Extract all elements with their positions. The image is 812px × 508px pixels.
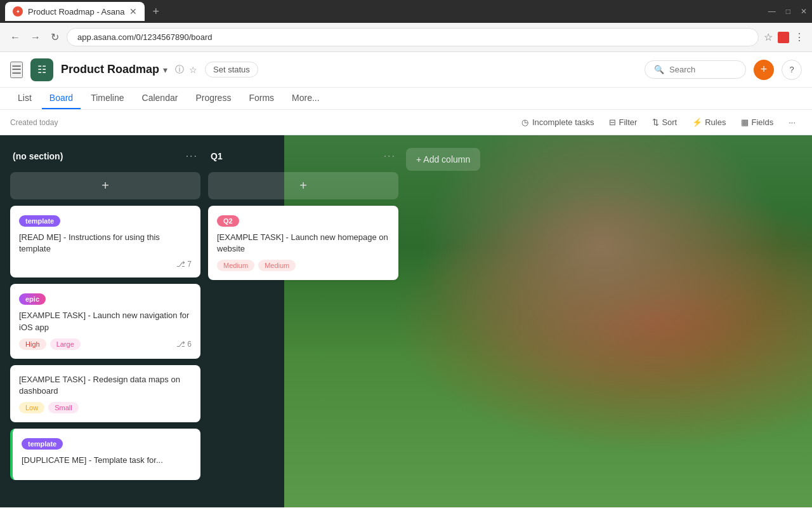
badge-medium-1: Medium [217, 260, 254, 271]
tag-template-bottom: template [22, 438, 63, 450]
window-controls: — □ ✕ [768, 7, 807, 16]
board-toolbar: Created today ◷ Incomplete tasks ⊟ Filte… [0, 110, 812, 135]
column-header-q1: Q1 ··· [208, 145, 398, 167]
browser-tab[interactable]: Product Roadmap - Asana ✕ [5, 2, 145, 21]
column-q1: Q1 ··· + Q2 [EXAMPLE TASK] - Launch new … [208, 145, 398, 497]
card-template-readme[interactable]: template [READ ME] - Instructions for us… [10, 206, 200, 277]
badge-small: Small [48, 402, 79, 413]
add-card-no-section[interactable]: + [10, 172, 200, 199]
card-template-bottom[interactable]: template [DUPLICATE ME] - Template task … [10, 429, 200, 480]
incomplete-circle-icon: ◷ [521, 117, 528, 127]
column-more-q1[interactable]: ··· [384, 150, 396, 162]
card-epic-navigation[interactable]: epic [EXAMPLE TASK] - Launch new navigat… [10, 284, 200, 358]
fields-button[interactable]: ▦ Fields [735, 115, 780, 130]
card-footer-readme: ⎇ 7 [19, 260, 192, 269]
badge-high: High [19, 338, 46, 350]
card-title-epic: [EXAMPLE TASK] - Launch new navigation f… [19, 310, 192, 333]
card-homepage[interactable]: Q2 [EXAMPLE TASK] - Launch new homepage … [208, 206, 398, 280]
column-more-no-section[interactable]: ··· [186, 150, 198, 162]
tab-progress[interactable]: Progress [188, 88, 239, 109]
add-card-q1[interactable]: + [208, 172, 398, 199]
add-task-button[interactable]: + [754, 60, 774, 80]
app-header: ☰ ☷ Product Roadmap ▾ ⓘ ☆ Set status 🔍 +… [0, 52, 812, 88]
project-title-dropdown[interactable]: ▾ [163, 65, 167, 75]
created-text: Created today [10, 118, 58, 127]
star-button[interactable]: ☆ [189, 64, 197, 76]
filter-icon: ⊟ [609, 117, 616, 127]
card-tag-q2-wrapper: Q2 [217, 215, 390, 232]
sort-icon: ⇅ [652, 117, 659, 127]
project-icon: ☷ [30, 58, 53, 81]
url-bar: ← → ↻ ☆ ⋮ [0, 23, 812, 52]
card-badges-homepage: Medium Medium [217, 260, 296, 271]
back-button[interactable]: ← [8, 29, 23, 46]
badge-medium-2: Medium [258, 260, 296, 271]
card-footer-epic: High Large ⎇ 6 [19, 338, 192, 350]
incomplete-tasks-label: Incomplete tasks [532, 117, 594, 127]
card-footer-datamaps: Low Small [19, 402, 192, 413]
board-columns: (no section) ··· + template [READ ME] - … [0, 135, 812, 507]
rules-label: Rules [705, 117, 726, 127]
tag-q2: Q2 [217, 215, 239, 227]
set-status-button[interactable]: Set status [205, 62, 258, 77]
tab-title: Product Roadmap - Asana [28, 7, 124, 17]
tag-template: template [19, 215, 60, 227]
maximize-button[interactable]: □ [786, 7, 790, 16]
column-header-no-section: (no section) ··· [10, 145, 200, 167]
subtask-icon: ⎇ [176, 260, 185, 269]
badge-low: Low [19, 402, 44, 413]
tab-more[interactable]: More... [284, 88, 327, 109]
search-input[interactable] [669, 65, 733, 74]
incomplete-tasks-button[interactable]: ◷ Incomplete tasks [515, 115, 601, 130]
help-button[interactable]: ? [782, 60, 802, 80]
tab-close-button[interactable]: ✕ [129, 6, 137, 17]
sort-button[interactable]: ⇅ Sort [646, 115, 683, 130]
refresh-button[interactable]: ↻ [48, 29, 62, 46]
card-tag-epic-wrapper: epic [19, 293, 192, 310]
tab-calendar[interactable]: Calendar [134, 88, 186, 109]
card-title-homepage: [EXAMPLE TASK] - Launch new homepage on … [217, 232, 390, 255]
browser-more-icon[interactable]: ⋮ [794, 31, 804, 43]
subtask-count: 7 [187, 260, 192, 269]
url-input[interactable] [67, 28, 759, 46]
column-title-q1: Q1 [211, 151, 223, 161]
header-icons: ⓘ ☆ [175, 64, 197, 76]
add-column-button[interactable]: + Add column [406, 148, 480, 171]
card-badges-datamaps: Low Small [19, 402, 79, 413]
subtask-count-epic: 6 [187, 340, 192, 349]
filter-button[interactable]: ⊟ Filter [603, 115, 643, 130]
info-button[interactable]: ⓘ [175, 64, 184, 76]
toolbar-more-icon: ··· [789, 117, 796, 127]
tab-list[interactable]: List [10, 88, 39, 109]
toolbar-more-button[interactable]: ··· [782, 115, 802, 130]
fields-label: Fields [751, 117, 773, 127]
bookmark-icon[interactable]: ☆ [764, 31, 773, 43]
card-badges-epic: High Large [19, 338, 81, 350]
search-box[interactable]: 🔍 [645, 60, 746, 79]
badge-large: Large [50, 338, 81, 350]
sidebar-toggle-button[interactable]: ☰ [10, 62, 23, 78]
board-container: (no section) ··· + template [READ ME] - … [0, 135, 812, 507]
card-title-datamaps: [EXAMPLE TASK] - Redesign data maps on d… [19, 374, 192, 397]
url-actions: ☆ ⋮ [764, 31, 804, 43]
profile-icon[interactable] [778, 32, 789, 43]
forward-button[interactable]: → [28, 29, 43, 46]
tab-board[interactable]: Board [42, 88, 81, 109]
subtask-icon-epic: ⎇ [176, 340, 185, 349]
card-subtasks-readme: ⎇ 7 [176, 260, 192, 269]
rules-button[interactable]: ⚡ Rules [686, 115, 732, 130]
project-icon-symbol: ☷ [37, 64, 46, 76]
project-title-area: Product Roadmap ▾ [61, 63, 167, 76]
minimize-button[interactable]: — [768, 7, 776, 16]
card-footer-homepage: Medium Medium [217, 260, 390, 271]
tab-forms[interactable]: Forms [241, 88, 282, 109]
new-tab-button[interactable]: + [152, 5, 159, 18]
tag-epic: epic [19, 293, 46, 305]
card-datamaps[interactable]: [EXAMPLE TASK] - Redesign data maps on d… [10, 365, 200, 422]
close-button[interactable]: ✕ [801, 7, 807, 16]
card-subtasks-epic: ⎇ 6 [176, 340, 192, 349]
tab-timeline[interactable]: Timeline [83, 88, 131, 109]
search-icon: 🔍 [654, 65, 664, 74]
fields-icon: ▦ [741, 117, 749, 127]
card-title-template-bottom: [DUPLICATE ME] - Template task for... [22, 455, 192, 466]
